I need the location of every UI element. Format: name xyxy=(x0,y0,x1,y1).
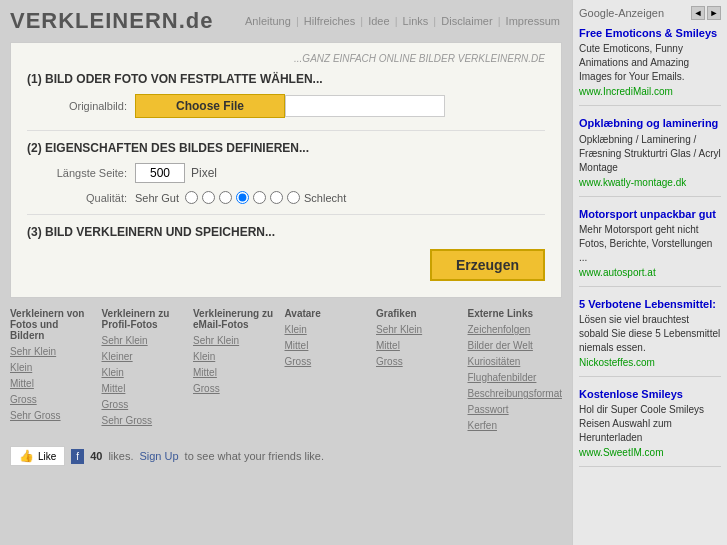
link-col-item-0-4[interactable]: Sehr Gross xyxy=(10,408,92,424)
link-col-item-0-3[interactable]: Gross xyxy=(10,392,92,408)
link-col-item-0-1[interactable]: Klein xyxy=(10,360,92,376)
link-col-title-3: Avatare xyxy=(285,308,367,319)
sidebar-prev-button[interactable]: ◄ xyxy=(691,6,705,20)
pixel-unit: Pixel xyxy=(191,166,217,180)
sidebar-next-button[interactable]: ► xyxy=(707,6,721,20)
fb-signup-link[interactable]: Sign Up xyxy=(139,450,178,462)
quality-radio-6[interactable] xyxy=(270,191,283,204)
ad-item-0: Free Emoticons & Smileys Cute Emoticons,… xyxy=(579,26,721,106)
link-col-item-1-4[interactable]: Gross xyxy=(102,397,184,413)
step3: (3) Bild Verkleinern und Speichern... Er… xyxy=(27,214,545,281)
fb-suffix: to see what your friends like. xyxy=(185,450,324,462)
link-column-1: Verkleinern zuProfil-FotosSehr KleinKlei… xyxy=(102,308,184,434)
nav-hilfreiches[interactable]: Hilfreiches xyxy=(304,15,355,27)
ad-url-1[interactable]: www.kwatly-montage.dk xyxy=(579,177,721,188)
link-col-item-2-1[interactable]: Klein xyxy=(193,349,275,365)
quality-sehr-gut: Sehr Gut xyxy=(135,192,179,204)
google-anzeigen-label: Google-Anzeigen xyxy=(579,7,664,19)
header: VERKLEINERN.de Anleitung | Hilfreiches |… xyxy=(0,0,572,38)
ad-desc-4: Hol dir Super Coole Smileys Reisen Auswa… xyxy=(579,403,721,445)
step1: (1) Bild oder Foto von Festplatte Wählen… xyxy=(27,72,545,118)
ad-title-2[interactable]: Motorsport unpackbar gut xyxy=(579,207,721,221)
fb-likes-text: likes. xyxy=(108,450,133,462)
link-col-item-0-0[interactable]: Sehr Klein xyxy=(10,344,92,360)
link-col-item-3-0[interactable]: Klein xyxy=(285,322,367,338)
sidebar: Google-Anzeigen ◄ ► Free Emoticons & Smi… xyxy=(572,0,727,545)
erzeugen-button[interactable]: Erzeugen xyxy=(430,249,545,281)
quality-radio-5[interactable] xyxy=(253,191,266,204)
nav-idee[interactable]: Idee xyxy=(368,15,389,27)
link-col-item-3-1[interactable]: Mittel xyxy=(285,338,367,354)
quality-label: Qualität: xyxy=(27,192,127,204)
nav-anleitung[interactable]: Anleitung xyxy=(245,15,291,27)
quality-radio-1[interactable] xyxy=(185,191,198,204)
sep2: | xyxy=(360,15,366,27)
ad-url-3[interactable]: Nickosteffes.com xyxy=(579,357,721,368)
quality-radio-7[interactable] xyxy=(287,191,300,204)
link-col-title-0: Verkleinern vonFotos und Bildern xyxy=(10,308,92,341)
step3-title: (3) Bild Verkleinern und Speichern... xyxy=(27,225,545,239)
link-col-item-0-2[interactable]: Mittel xyxy=(10,376,92,392)
link-col-item-4-0[interactable]: Sehr Klein xyxy=(376,322,458,338)
link-column-0: Verkleinern vonFotos und BildernSehr Kle… xyxy=(10,308,92,434)
link-col-item-5-5[interactable]: Passwort xyxy=(468,402,563,418)
link-col-title-5: Externe Links xyxy=(468,308,563,319)
quality-radio-2[interactable] xyxy=(202,191,215,204)
sep1: | xyxy=(296,15,302,27)
ad-title-4[interactable]: Kostenlose Smileys xyxy=(579,387,721,401)
link-col-item-5-2[interactable]: Kuriositäten xyxy=(468,354,563,370)
erzeugen-row: Erzeugen xyxy=(27,249,545,281)
ad-url-2[interactable]: www.autosport.at xyxy=(579,267,721,278)
ad-title-0[interactable]: Free Emoticons & Smileys xyxy=(579,26,721,40)
fb-like-button[interactable]: 👍 Like xyxy=(10,446,65,466)
quality-radio-4[interactable] xyxy=(236,191,249,204)
link-col-item-1-3[interactable]: Mittel xyxy=(102,381,184,397)
link-col-item-5-4[interactable]: Beschreibungsformat xyxy=(468,386,563,402)
ad-item-1: Opklæbning og laminering Opklæbning / La… xyxy=(579,116,721,196)
nav-links: Anleitung | Hilfreiches | Idee | Links |… xyxy=(243,15,562,27)
quality-radio-group xyxy=(185,191,300,204)
choose-file-button[interactable]: Choose File xyxy=(135,94,285,118)
site-title: VERKLEINERN.de xyxy=(10,8,213,34)
pixel-input[interactable] xyxy=(135,163,185,183)
longest-side-label: Längste Seite: xyxy=(27,167,127,179)
quality-schlecht: Schlecht xyxy=(304,192,346,204)
originalbild-label: Originalbild: xyxy=(27,100,127,112)
sep3: | xyxy=(395,15,401,27)
link-col-item-2-2[interactable]: Mittel xyxy=(193,365,275,381)
link-col-item-5-1[interactable]: Bilder der Welt xyxy=(468,338,563,354)
sidebar-header: Google-Anzeigen ◄ ► xyxy=(579,6,721,20)
nav-links[interactable]: Links xyxy=(403,15,429,27)
ad-desc-0: Cute Emoticons, Funny Animations and Ama… xyxy=(579,42,721,84)
nav-disclaimer[interactable]: Disclaimer xyxy=(441,15,492,27)
link-col-item-5-3[interactable]: Flughafenbilder xyxy=(468,370,563,386)
link-column-5: Externe LinksZeichenfolgenBilder der Wel… xyxy=(468,308,563,434)
link-col-item-2-0[interactable]: Sehr Klein xyxy=(193,333,275,349)
main-box: ...GANZ EINFACH ONLINE BILDER VERKLEINER… xyxy=(10,42,562,298)
ad-url-0[interactable]: www.IncrediMail.com xyxy=(579,86,721,97)
fb-thumb-icon: 👍 xyxy=(19,449,34,463)
ad-item-2: Motorsport unpackbar gut Mehr Motorsport… xyxy=(579,207,721,287)
link-col-item-2-3[interactable]: Gross xyxy=(193,381,275,397)
fb-logo: f xyxy=(71,449,84,464)
step2: (2) Eigenschaften des Bildes Definieren.… xyxy=(27,130,545,204)
link-col-item-1-0[interactable]: Sehr Klein xyxy=(102,333,184,349)
pixel-row: Längste Seite: Pixel xyxy=(27,163,545,183)
link-col-item-1-2[interactable]: Klein xyxy=(102,365,184,381)
fb-like-label: Like xyxy=(38,451,56,462)
link-col-item-4-2[interactable]: Gross xyxy=(376,354,458,370)
link-col-item-1-1[interactable]: Kleiner xyxy=(102,349,184,365)
nav-impressum[interactable]: Impressum xyxy=(506,15,560,27)
quality-radio-3[interactable] xyxy=(219,191,232,204)
link-col-item-1-5[interactable]: Sehr Gross xyxy=(102,413,184,429)
link-col-item-3-2[interactable]: Gross xyxy=(285,354,367,370)
ad-title-3[interactable]: 5 Verbotene Lebensmittel: xyxy=(579,297,721,311)
link-column-4: GrafikenSehr KleinMittelGross xyxy=(376,308,458,434)
link-col-item-4-1[interactable]: Mittel xyxy=(376,338,458,354)
ad-title-1[interactable]: Opklæbning og laminering xyxy=(579,116,721,130)
file-input-row: Choose File xyxy=(135,94,445,118)
link-col-item-5-6[interactable]: Kerfen xyxy=(468,418,563,434)
sep5: | xyxy=(498,15,504,27)
link-col-item-5-0[interactable]: Zeichenfolgen xyxy=(468,322,563,338)
ad-url-4[interactable]: www.SweetIM.com xyxy=(579,447,721,458)
